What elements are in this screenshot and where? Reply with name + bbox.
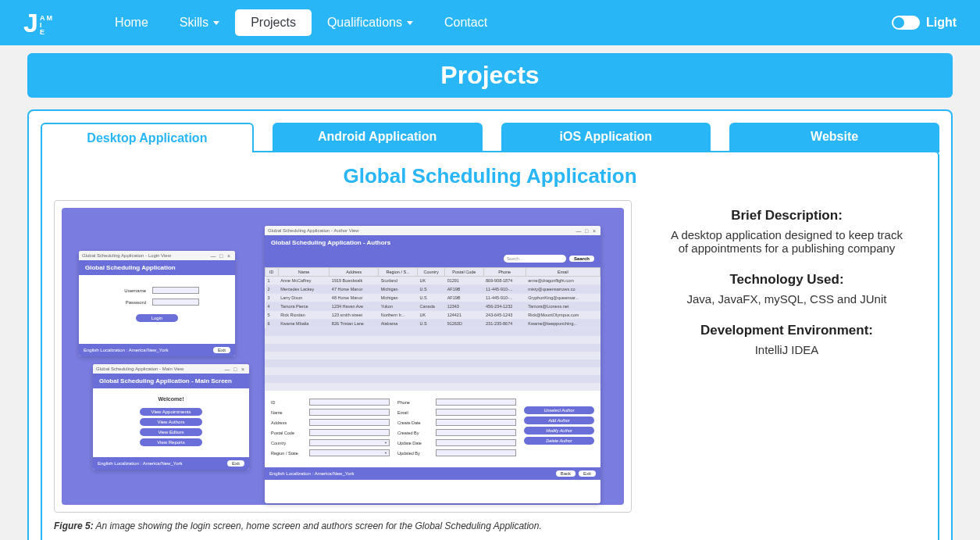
nav-contact[interactable]: Contact [429, 9, 503, 36]
project-tabs: Desktop Application Android Application … [41, 123, 939, 152]
window-titlebar: Global Scheduling Application - Main Vie… [93, 364, 249, 374]
image-column: Global Scheduling Application - Login Vi… [54, 200, 632, 531]
window-titlebar: Global Scheduling Application - Login Vi… [79, 251, 235, 260]
authors-window: Global Scheduling Application - Author V… [265, 226, 600, 503]
nav-home[interactable]: Home [99, 9, 164, 36]
logo-stack: A M I E [40, 15, 52, 36]
tech-text: Java, JavaFX, mySQL, CSS and JUnit [671, 292, 903, 306]
window-titlebar: Global Scheduling Application - Author V… [265, 226, 600, 235]
chevron-down-icon [407, 21, 413, 25]
logo[interactable]: J A M I E [23, 8, 52, 38]
nav-left: J A M I E Home Skills Projects Qualifica… [23, 8, 503, 38]
chevron-down-icon [213, 21, 219, 25]
theme-toggle[interactable] [892, 16, 920, 30]
nav-right: Light [892, 16, 957, 30]
theme-label: Light [926, 16, 957, 30]
page-title: Projects [27, 53, 953, 98]
info-column: Brief Description: A desktop application… [647, 200, 926, 531]
env-heading: Development Environment: [671, 323, 903, 338]
desc-text: A desktop application designed to keep t… [671, 228, 903, 255]
top-nav: J A M I E Home Skills Projects Qualifica… [0, 0, 980, 45]
project-title: Global Scheduling Application [54, 164, 926, 188]
search-input: Search... [504, 255, 566, 263]
tab-website[interactable]: Website [729, 123, 939, 152]
nav-projects[interactable]: Projects [235, 9, 312, 36]
tech-heading: Technology Used: [671, 272, 903, 288]
main-header: Global Scheduling Application - Main Scr… [93, 374, 249, 388]
content-box: Desktop Application Android Application … [27, 109, 953, 540]
tab-desktop[interactable]: Desktop Application [41, 123, 254, 152]
page-container: Projects Desktop Application Android App… [0, 45, 980, 540]
app-screenshot: Global Scheduling Application - Login Vi… [62, 208, 624, 505]
search-button: Search [569, 256, 594, 262]
env-text: IntelliJ IDEA [671, 343, 903, 356]
login-header: Global Scheduling Application [79, 260, 235, 275]
nav-skills[interactable]: Skills [164, 9, 235, 36]
username-input [152, 287, 199, 294]
login-button: Login [136, 314, 179, 322]
main-row: Global Scheduling Application - Login Vi… [54, 200, 926, 531]
authors-table: IDNameAddressRegion / S...CountryPostal … [265, 267, 600, 328]
tab-content: Global Scheduling Application Global Sch… [41, 151, 939, 540]
figure-caption: Figure 5: An image showing the login scr… [54, 520, 632, 531]
desc-heading: Brief Description: [671, 208, 903, 224]
main-window: Global Scheduling Application - Main Vie… [93, 364, 249, 470]
logo-j: J [23, 8, 38, 38]
login-window: Global Scheduling Application - Login Vi… [79, 251, 235, 356]
tab-ios[interactable]: iOS Application [501, 123, 711, 152]
password-input [152, 299, 199, 306]
tab-android[interactable]: Android Application [273, 123, 483, 152]
authors-header: Global Scheduling Application - Authors [265, 235, 600, 250]
screenshot-frame: Global Scheduling Application - Login Vi… [54, 200, 632, 513]
nav-qualifications[interactable]: Qualifications [312, 9, 429, 36]
